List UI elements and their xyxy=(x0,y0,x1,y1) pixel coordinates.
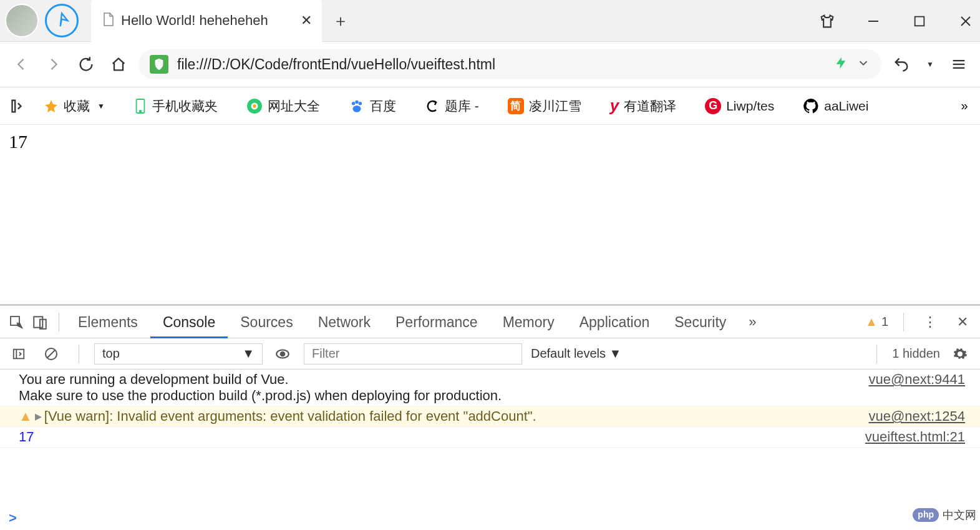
svg-point-16 xyxy=(253,104,256,107)
live-expression-button[interactable] xyxy=(271,343,294,365)
devtools-tab-security[interactable]: Security xyxy=(662,306,739,338)
browser-tab[interactable]: Hello World! heheheheh ✕ xyxy=(91,0,322,42)
github-icon xyxy=(803,98,819,114)
svg-point-29 xyxy=(281,351,285,356)
menu-button[interactable] xyxy=(946,52,971,77)
console-source-link[interactable]: vueiftest.html:21 xyxy=(865,429,965,445)
bookmark-label: 题库 - xyxy=(445,97,479,115)
page-content: 17 xyxy=(0,125,980,159)
console-source-link[interactable]: vue@next:1254 xyxy=(869,408,965,424)
close-window-button[interactable] xyxy=(956,12,975,31)
devtools-panel: ElementsConsoleSourcesNetworkPerformance… xyxy=(0,304,980,530)
paw-icon xyxy=(349,98,365,114)
bookmark-label: 网址大全 xyxy=(268,97,320,115)
flash-icon[interactable] xyxy=(834,55,848,74)
bookmark-item[interactable]: GLiwp/tes xyxy=(699,98,780,114)
devtools-tabs-more[interactable]: » xyxy=(739,314,766,330)
warnings-badge[interactable]: ▲ 1 xyxy=(865,315,888,329)
bookmark-label: 百度 xyxy=(370,97,396,115)
console-message: 17 xyxy=(7,429,865,445)
phone-icon xyxy=(133,98,147,114)
browser-logo[interactable] xyxy=(45,4,79,37)
devtools-tab-memory[interactable]: Memory xyxy=(490,306,567,338)
svg-point-13 xyxy=(140,110,142,112)
avatar[interactable] xyxy=(5,4,39,37)
svg-point-19 xyxy=(359,101,362,104)
devtools-tab-network[interactable]: Network xyxy=(306,306,383,338)
url-bar[interactable]: file:///D:/OK/Code/frontEnd/vueHello/vue… xyxy=(138,49,881,79)
console-settings-button[interactable] xyxy=(949,343,971,365)
back-button[interactable] xyxy=(9,52,34,77)
reload-button[interactable] xyxy=(74,52,99,77)
svg-rect-11 xyxy=(12,100,16,112)
console-message: You are running a development build of V… xyxy=(7,371,869,404)
chevron-down-icon: ▼ xyxy=(97,102,105,110)
bookmark-item[interactable]: y有道翻译 xyxy=(604,96,682,115)
svg-point-17 xyxy=(352,101,355,104)
bookmark-bar: 收藏▼手机收藏夹网址大全百度题库 -简凌川江雪y有道翻译GLiwp/tesaaL… xyxy=(0,87,980,125)
sidebar-toggle-button[interactable] xyxy=(6,94,31,119)
hidden-messages-label[interactable]: 1 hidden xyxy=(892,346,940,361)
urlbar-chevron-icon[interactable] xyxy=(856,56,870,72)
devtools-tab-application[interactable]: Application xyxy=(567,306,662,338)
svg-point-18 xyxy=(355,100,358,103)
console-filter-input[interactable] xyxy=(304,343,522,365)
warning-icon: ▲ xyxy=(865,315,878,329)
undo-button[interactable] xyxy=(889,52,914,77)
console-row: 17vueiftest.html:21 xyxy=(0,427,980,448)
bookmark-label: 收藏 xyxy=(64,97,90,115)
bookmark-label: 凌川江雪 xyxy=(529,97,581,115)
bookmark-label: 手机收藏夹 xyxy=(152,97,218,115)
new-tab-button[interactable]: ＋ xyxy=(322,0,359,42)
device-toggle-button[interactable] xyxy=(29,311,51,333)
devtools-tab-console[interactable]: Console xyxy=(150,306,228,338)
console-toolbar: top ▼ Default levels ▼ 1 hidden xyxy=(0,338,980,370)
bookmark-item[interactable]: 收藏▼ xyxy=(37,97,111,115)
tshirt-icon[interactable] xyxy=(818,12,837,31)
console-prompt[interactable]: > xyxy=(0,506,980,530)
clear-console-button[interactable] xyxy=(40,343,62,365)
bookmark-item[interactable]: aaLiwei xyxy=(797,98,875,114)
log-levels-selector[interactable]: Default levels ▼ xyxy=(531,346,621,361)
bookmark-item[interactable]: 简凌川江雪 xyxy=(502,97,588,115)
minimize-button[interactable] xyxy=(864,12,883,31)
devtools-menu-button[interactable]: ⋮ xyxy=(919,311,941,333)
close-tab-button[interactable]: ✕ xyxy=(296,12,317,29)
watermark-text: 中文网 xyxy=(943,508,976,523)
warning-count: 1 xyxy=(881,315,888,329)
console-row: You are running a development build of V… xyxy=(0,370,980,406)
g-icon: G xyxy=(705,98,721,114)
navbar: file:///D:/OK/Code/frontEnd/vueHello/vue… xyxy=(0,42,980,87)
console-message: ▲▸[Vue warn]: Invalid event arguments: e… xyxy=(7,408,869,424)
undo-chevron-icon[interactable]: ▼ xyxy=(926,60,934,69)
page-text: 17 xyxy=(9,131,27,152)
svg-line-27 xyxy=(47,350,55,358)
devtools-tab-elements[interactable]: Elements xyxy=(65,306,150,338)
bookmark-item[interactable]: 手机收藏夹 xyxy=(127,97,224,115)
warning-icon: ▲ xyxy=(19,408,32,424)
home-button[interactable] xyxy=(106,52,131,77)
bookmarks-overflow-button[interactable]: » xyxy=(955,99,974,113)
svg-rect-7 xyxy=(156,63,162,66)
bookmark-item[interactable]: 百度 xyxy=(342,97,402,115)
devtools-tab-performance[interactable]: Performance xyxy=(383,306,490,338)
devtools-close-button[interactable]: ✕ xyxy=(951,311,974,333)
bookmark-item[interactable]: 题库 - xyxy=(419,97,485,115)
console-sidebar-toggle[interactable] xyxy=(7,343,30,365)
watermark-badge: php xyxy=(913,508,939,522)
context-selector[interactable]: top ▼ xyxy=(94,343,263,365)
bookmark-label: Liwp/tes xyxy=(726,99,774,114)
console-output[interactable]: You are running a development build of V… xyxy=(0,370,980,506)
tab-title: Hello World! heheheheh xyxy=(121,12,296,29)
star-icon xyxy=(44,99,59,114)
y-icon: y xyxy=(610,96,619,115)
maximize-button[interactable] xyxy=(910,12,929,31)
nav-arrow-icon xyxy=(53,12,70,29)
expand-icon[interactable]: ▸ xyxy=(35,408,42,424)
inspect-element-button[interactable] xyxy=(5,311,27,333)
bookmark-item[interactable]: 网址大全 xyxy=(240,97,326,115)
shield-icon xyxy=(150,55,168,74)
forward-button[interactable] xyxy=(41,52,66,77)
console-source-link[interactable]: vue@next:9441 xyxy=(869,371,965,404)
devtools-tab-sources[interactable]: Sources xyxy=(228,306,305,338)
